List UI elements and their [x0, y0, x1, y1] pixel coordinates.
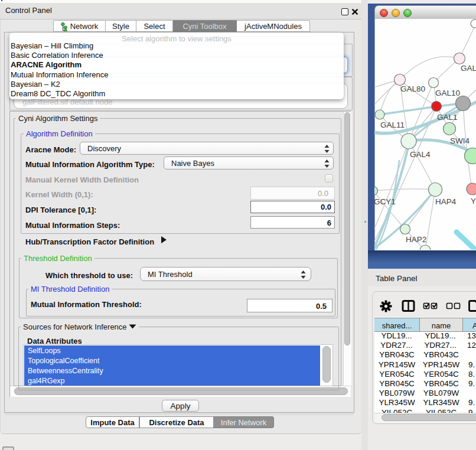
svg-text:SWI4: SWI4: [450, 136, 470, 145]
svg-text:GAL1: GAL1: [437, 113, 458, 122]
svg-text:GAL11: GAL11: [380, 120, 405, 129]
svg-text:HAP2: HAP2: [406, 235, 426, 244]
svg-text:GAL2: GAL2: [461, 64, 476, 73]
svg-text:GAL4: GAL4: [410, 150, 431, 159]
svg-text:GCY1: GCY1: [374, 197, 396, 206]
svg-text:GAL80: GAL80: [400, 84, 425, 93]
svg-text:HAP4: HAP4: [435, 197, 457, 206]
svg-text:YM: YM: [471, 197, 476, 206]
svg-text:GAL10: GAL10: [435, 89, 460, 97]
